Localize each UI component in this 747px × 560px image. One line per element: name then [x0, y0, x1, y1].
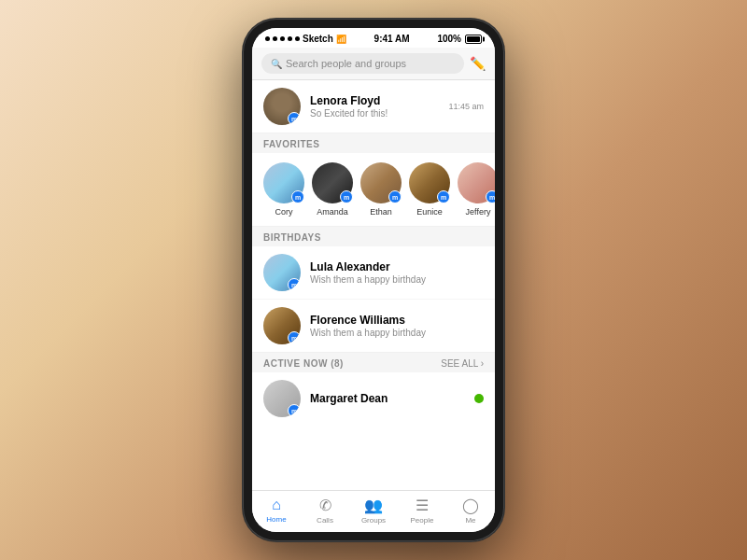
tab-people-label: People: [411, 516, 434, 525]
birthday-name-florence: Florence Williams: [310, 314, 484, 327]
tab-groups-label: Groups: [361, 516, 386, 525]
active-now-header: ACTIVE NOW (8) SEE ALL ›: [252, 353, 495, 372]
tab-bar: ⌂ Home ✆ Calls 👥 Groups ☰ People ◯: [252, 490, 495, 532]
status-time: 9:41 AM: [374, 34, 410, 44]
status-left: Sketch 📶: [265, 34, 346, 44]
scroll-content: m Lenora Floyd So Excited for this! 11:4…: [252, 80, 495, 490]
search-bar-container: 🔍 Search people and groups ✏️: [252, 48, 495, 80]
birthday-message-florence: Wish them a happy birthday: [310, 328, 484, 338]
signal-dot-5: [295, 36, 300, 41]
fav-avatar-ethan: m: [360, 162, 402, 203]
messenger-badge-eunice: m: [437, 190, 450, 203]
messenger-badge-margaret: m: [288, 404, 301, 417]
birthdays-section: m Lula Alexander Wish them a happy birth…: [252, 246, 495, 353]
favorite-item-eunice[interactable]: m Eunice: [409, 162, 450, 217]
tab-me-label: Me: [465, 516, 475, 525]
message-time-lenora: 11:45 am: [448, 102, 484, 111]
calls-icon: ✆: [319, 497, 331, 514]
online-indicator-margaret: [474, 394, 484, 403]
wifi-icon: 📶: [336, 35, 346, 44]
message-content-lenora: Lenora Floyd So Excited for this!: [310, 94, 439, 119]
signal-dot-1: [265, 36, 270, 41]
fav-avatar-cory: m: [263, 162, 304, 203]
tab-home[interactable]: ⌂ Home: [252, 497, 301, 525]
signal-dot-2: [273, 36, 277, 41]
battery-fill: [467, 36, 480, 42]
tab-people[interactable]: ☰ People: [398, 497, 446, 525]
fav-name-amanda: Amanda: [317, 207, 348, 217]
signal-dot-3: [280, 36, 285, 41]
fav-name-ethan: Ethan: [370, 207, 392, 217]
people-icon: ☰: [416, 497, 429, 514]
avatar-lenora: m: [263, 88, 301, 125]
carrier-name: Sketch: [303, 34, 333, 44]
search-placeholder: Search people and groups: [286, 58, 406, 69]
favorite-item-jeffery[interactable]: m Jeffery: [458, 162, 495, 217]
tab-calls-label: Calls: [317, 516, 333, 525]
me-icon: ◯: [462, 497, 479, 514]
avatar-florence: m: [263, 307, 301, 344]
see-all-button[interactable]: SEE ALL ›: [441, 358, 484, 369]
message-name-lenora: Lenora Floyd: [310, 94, 439, 107]
tab-groups[interactable]: 👥 Groups: [349, 497, 398, 525]
messenger-badge-lula: m: [288, 278, 301, 291]
birthday-message-lula: Wish them a happy birthday: [310, 274, 484, 285]
battery-icon: [465, 35, 482, 44]
messenger-badge-amanda: m: [340, 190, 353, 203]
avatar-lula: m: [263, 254, 301, 291]
active-name-margaret: Margaret Dean: [310, 392, 388, 405]
home-icon: ⌂: [272, 497, 281, 513]
birthday-name-lula: Lula Alexander: [310, 260, 484, 273]
battery-percent: 100%: [437, 34, 461, 44]
favorites-section: m Cory m Amanda: [252, 153, 495, 227]
tab-calls[interactable]: ✆ Calls: [301, 497, 349, 525]
messenger-badge-florence: m: [288, 331, 301, 344]
fav-name-cory: Cory: [275, 207, 292, 217]
fav-avatar-amanda: m: [312, 162, 353, 203]
message-preview-lenora: So Excited for this!: [310, 108, 439, 119]
favorites-list: m Cory m Amanda: [263, 162, 484, 217]
active-now-section: ACTIVE NOW (8) SEE ALL › m Margaret Dean: [252, 353, 495, 425]
tab-me[interactable]: ◯ Me: [446, 497, 495, 525]
birthdays-header: BIRTHDAYS: [252, 227, 495, 246]
search-icon: 🔍: [271, 59, 282, 69]
tab-home-label: Home: [266, 515, 286, 524]
fav-name-jeffery: Jeffery: [466, 207, 491, 217]
birthday-content-lula: Lula Alexander Wish them a happy birthda…: [310, 260, 484, 285]
fav-avatar-jeffery: m: [458, 162, 495, 203]
message-item-lenora[interactable]: m Lenora Floyd So Excited for this! 11:4…: [252, 80, 495, 133]
active-item-margaret[interactable]: m Margaret Dean: [252, 372, 495, 425]
status-right: 100%: [437, 34, 482, 44]
messenger-badge-ethan: m: [388, 190, 402, 203]
groups-icon: 👥: [364, 497, 383, 514]
phone-screen: Sketch 📶 9:41 AM 100% 🔍 Search people an…: [252, 28, 495, 532]
favorites-header: FAVORITES: [252, 133, 495, 153]
favorite-item-ethan[interactable]: m Ethan: [360, 162, 402, 217]
birthday-item-florence[interactable]: m Florence Williams Wish them a happy bi…: [252, 300, 495, 352]
favorite-item-amanda[interactable]: m Amanda: [312, 162, 353, 217]
search-bar[interactable]: 🔍 Search people and groups: [261, 53, 464, 74]
compose-button[interactable]: ✏️: [470, 56, 486, 71]
avatar-margaret: m: [263, 380, 301, 417]
messenger-badge-jeffery: m: [486, 190, 495, 203]
fav-avatar-eunice: m: [409, 162, 450, 203]
birthday-content-florence: Florence Williams Wish them a happy birt…: [310, 314, 484, 338]
fav-name-eunice: Eunice: [416, 207, 443, 217]
phone-frame: Sketch 📶 9:41 AM 100% 🔍 Search people an…: [243, 19, 504, 541]
messenger-badge-lenora: m: [288, 112, 301, 125]
status-bar: Sketch 📶 9:41 AM 100%: [252, 28, 495, 48]
favorite-item-cory[interactable]: m Cory: [263, 162, 304, 217]
birthday-item-lula[interactable]: m Lula Alexander Wish them a happy birth…: [252, 246, 495, 300]
active-now-title: ACTIVE NOW (8): [263, 358, 344, 369]
signal-dot-4: [288, 36, 292, 41]
messenger-badge-cory: m: [291, 190, 304, 203]
phone-container: Sketch 📶 9:41 AM 100% 🔍 Search people an…: [0, 0, 747, 560]
